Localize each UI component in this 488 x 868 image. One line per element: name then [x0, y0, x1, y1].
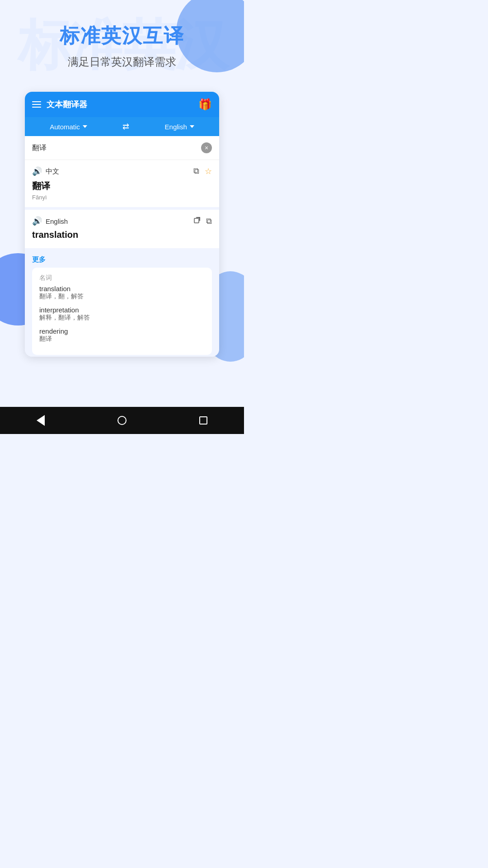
gift-button[interactable]: 🎁 [198, 98, 212, 111]
english-lang-label: English [46, 217, 68, 225]
app-title: 文本翻译器 [47, 99, 87, 110]
app-header-left: 文本翻译器 [32, 99, 87, 110]
dict-word-2: interpretation [39, 306, 205, 314]
source-language-arrow-icon [83, 125, 87, 128]
english-open-button[interactable] [193, 217, 201, 226]
target-language-arrow-icon [190, 125, 194, 128]
dict-entry-2: interpretation 解释，翻译，解答 [39, 306, 205, 322]
target-language-label: English [165, 123, 187, 131]
english-speaker-button[interactable]: 🔊 [32, 216, 42, 226]
source-language-selector[interactable]: Automatic [50, 123, 87, 131]
back-icon [37, 415, 45, 426]
hero-subtitle: 满足日常英汉翻译需求 [9, 55, 235, 69]
dict-entry-3: rendering 翻译 [39, 327, 205, 343]
chinese-lang-label: 中文 [46, 167, 59, 176]
swap-language-button[interactable]: ⇄ [122, 122, 129, 132]
input-text: 翻译 [32, 143, 201, 153]
menu-button[interactable] [32, 101, 41, 108]
home-button[interactable] [117, 416, 127, 425]
english-result-actions: ⧉ [193, 217, 212, 226]
chinese-copy-button[interactable]: ⧉ [193, 166, 199, 176]
language-bar: Automatic ⇄ English [25, 117, 219, 136]
more-label: 更多 [32, 255, 212, 264]
dict-meaning-2: 解释，翻译，解答 [39, 314, 205, 322]
english-result-header: 🔊 English ⧉ [32, 216, 212, 226]
dict-meaning-1: 翻译，翻，解答 [39, 292, 205, 301]
chinese-star-button[interactable]: ☆ [205, 166, 212, 176]
dict-word-3: rendering [39, 327, 205, 335]
clear-button[interactable]: × [201, 142, 212, 153]
clear-icon: × [205, 144, 208, 151]
back-button[interactable] [37, 415, 45, 426]
more-content: 名词 translation 翻译，翻，解答 interpretation 解释… [32, 268, 212, 355]
chinese-result-section: 🔊 中文 ⧉ ☆ 翻译 Fānyì [25, 160, 219, 210]
recent-apps-icon [199, 416, 207, 425]
chinese-speaker-button[interactable]: 🔊 [32, 166, 42, 176]
translator-app-card: 文本翻译器 🎁 Automatic ⇄ English 翻译 × 🔊 中文 ⧉ [25, 92, 219, 357]
english-result-section: 🔊 English ⧉ translation [25, 210, 219, 251]
part-of-speech-label: 名词 [39, 274, 205, 282]
chinese-lang-label-group: 🔊 中文 [32, 166, 59, 176]
input-area[interactable]: 翻译 × [25, 136, 219, 160]
target-language-selector[interactable]: English [165, 123, 194, 131]
hero-section: 标准英汉互译 满足日常英汉翻译需求 [0, 0, 244, 78]
hero-title: 标准英汉互译 [9, 23, 235, 49]
english-result-text: translation [32, 230, 212, 240]
app-header: 文本翻译器 🎁 [25, 92, 219, 117]
chinese-result-header: 🔊 中文 ⧉ ☆ [32, 166, 212, 176]
more-section: 更多 名词 translation 翻译，翻，解答 interpretation… [25, 251, 219, 357]
recent-apps-button[interactable] [199, 416, 207, 425]
chinese-result-text: 翻译 [32, 180, 212, 192]
chinese-result-actions: ⧉ ☆ [193, 166, 212, 176]
english-copy-button[interactable]: ⧉ [206, 217, 212, 226]
home-icon [117, 416, 127, 425]
dict-word-1: translation [39, 285, 205, 292]
svg-rect-0 [194, 218, 199, 223]
dict-meaning-3: 翻译 [39, 335, 205, 343]
chinese-result-pinyin: Fānyì [32, 194, 212, 201]
english-lang-label-group: 🔊 English [32, 216, 68, 226]
bottom-navigation [0, 407, 244, 434]
dict-entry-1: translation 翻译，翻，解答 [39, 285, 205, 301]
source-language-label: Automatic [50, 123, 80, 131]
